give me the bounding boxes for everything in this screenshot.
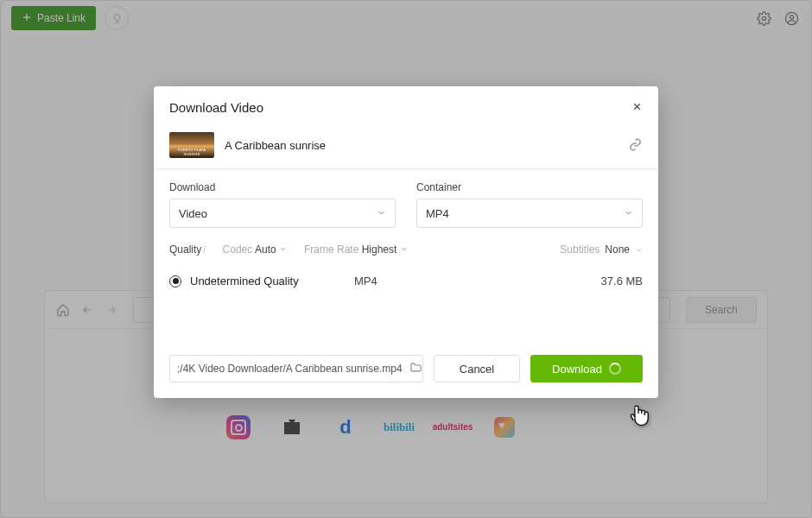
subtitles-value: None bbox=[605, 243, 630, 256]
chevron-down-icon bbox=[635, 246, 643, 254]
spinner-icon bbox=[609, 363, 621, 375]
codec-label: Codec bbox=[223, 243, 253, 256]
download-button[interactable]: Download bbox=[530, 355, 643, 382]
radio-selected-icon[interactable] bbox=[169, 275, 181, 287]
quality-name: Undetermined Quality bbox=[190, 275, 354, 287]
info-icon[interactable]: i bbox=[203, 245, 205, 255]
quality-format: MP4 bbox=[354, 275, 406, 287]
framerate-group[interactable]: Frame Rate Highest bbox=[304, 243, 408, 256]
codec-group[interactable]: Codec Auto bbox=[223, 243, 287, 256]
container-field: Container MP4 bbox=[416, 181, 643, 228]
save-path-input[interactable]: ;/4K Video Downloader/A Caribbean sunris… bbox=[169, 355, 423, 382]
download-video-modal: Download Video PUERTO PLATA SUNRISE A Ca… bbox=[154, 86, 658, 398]
quality-option-row[interactable]: Undetermined Quality MP4 37.6 MB bbox=[169, 271, 643, 339]
thumbnail-caption: PUERTO PLATA SUNRISE bbox=[169, 148, 214, 156]
quality-size: 37.6 MB bbox=[601, 275, 643, 287]
framerate-value: Highest bbox=[362, 243, 397, 256]
container-select[interactable]: MP4 bbox=[416, 199, 643, 228]
modal-footer: ;/4K Video Downloader/A Caribbean sunris… bbox=[154, 344, 658, 398]
quality-label: Qualityi bbox=[169, 243, 206, 256]
modal-body: Download Video Container MP4 bbox=[154, 169, 658, 344]
options-row: Qualityi Codec Auto Frame Rate Highest S… bbox=[169, 243, 643, 256]
chevron-down-icon bbox=[624, 207, 633, 220]
container-label: Container bbox=[416, 181, 643, 193]
modal-header: Download Video bbox=[154, 86, 658, 125]
chevron-down-icon bbox=[400, 245, 408, 253]
modal-title: Download Video bbox=[169, 100, 263, 115]
chevron-down-icon bbox=[279, 245, 287, 253]
video-row: PUERTO PLATA SUNRISE A Caribbean sunrise bbox=[154, 125, 658, 168]
subtitles-group[interactable]: Subtitles None bbox=[560, 243, 643, 256]
cancel-button[interactable]: Cancel bbox=[434, 355, 520, 382]
download-label: Download bbox=[552, 363, 602, 376]
download-type-label: Download bbox=[169, 181, 396, 193]
download-type-select[interactable]: Video bbox=[169, 199, 396, 228]
download-type-value: Video bbox=[179, 207, 207, 220]
video-thumbnail: PUERTO PLATA SUNRISE bbox=[169, 132, 214, 158]
cancel-label: Cancel bbox=[460, 363, 494, 376]
video-title: A Caribbean sunrise bbox=[225, 139, 619, 152]
close-icon[interactable] bbox=[631, 100, 643, 115]
folder-icon[interactable] bbox=[409, 361, 422, 376]
save-path-value: ;/4K Video Downloader/A Caribbean sunris… bbox=[177, 363, 403, 375]
link-icon[interactable] bbox=[629, 138, 643, 152]
download-type-field: Download Video bbox=[169, 181, 396, 228]
codec-value: Auto bbox=[255, 243, 276, 256]
container-value: MP4 bbox=[426, 207, 449, 220]
chevron-down-icon bbox=[377, 207, 386, 220]
subtitles-label: Subtitles bbox=[560, 243, 599, 256]
framerate-label: Frame Rate bbox=[304, 243, 358, 256]
